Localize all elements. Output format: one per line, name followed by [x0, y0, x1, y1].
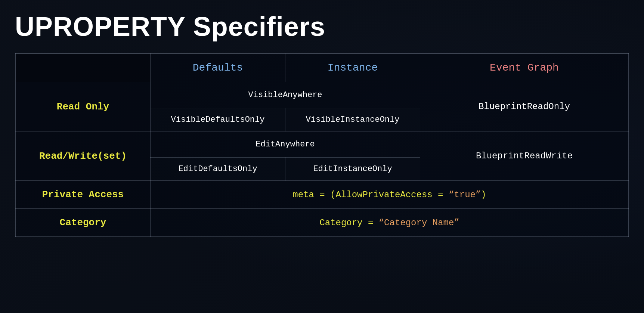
- edit-instance-only-cell: EditInstanceOnly: [285, 158, 420, 181]
- category-string-val: “Category Name”: [379, 218, 459, 228]
- table-header-row: Defaults Instance Event Graph: [16, 54, 629, 82]
- category-text: Category = “Category Name”: [319, 218, 459, 228]
- specifiers-table-wrapper: Defaults Instance Event Graph Read Only …: [15, 53, 629, 237]
- blueprint-readonly-cell: BlueprintReadOnly: [420, 82, 629, 131]
- visible-anywhere-cell: VisibleAnywhere: [151, 82, 420, 108]
- private-access-text: meta = (AllowPrivateAccess = “true”): [292, 190, 486, 200]
- edit-defaults-only-cell: EditDefaultsOnly: [151, 158, 285, 181]
- private-access-label: Private Access: [16, 181, 151, 209]
- read-write-label: Read/Write(set): [16, 131, 151, 181]
- blueprint-readwrite-cell: BlueprintReadWrite: [420, 131, 629, 181]
- category-prefix: Category =: [319, 218, 378, 228]
- read-only-row1: Read Only VisibleAnywhere BlueprintReadO…: [16, 82, 629, 108]
- category-row: Category Category = “Category Name”: [16, 209, 629, 237]
- meta-string-val: “true”: [449, 190, 481, 200]
- visible-defaults-only-cell: VisibleDefaultsOnly: [151, 108, 285, 131]
- header-instance: Instance: [285, 54, 420, 82]
- meta-suffix: ): [481, 190, 486, 200]
- category-content: Category = “Category Name”: [151, 209, 629, 237]
- header-event-graph: Event Graph: [420, 54, 629, 82]
- specifiers-table: Defaults Instance Event Graph Read Only …: [15, 53, 629, 237]
- meta-prefix: meta = (AllowPrivateAccess =: [292, 190, 449, 200]
- header-defaults: Defaults: [151, 54, 285, 82]
- private-access-content: meta = (AllowPrivateAccess = “true”): [151, 181, 629, 209]
- private-access-row: Private Access meta = (AllowPrivateAcces…: [16, 181, 629, 209]
- header-empty-cell: [16, 54, 151, 82]
- category-label: Category: [16, 209, 151, 237]
- visible-instance-only-cell: VisibleInstanceOnly: [285, 108, 420, 131]
- page-content: UPROPERTY Specifiers Defaults Instance E…: [15, 11, 629, 237]
- read-write-row1: Read/Write(set) EditAnywhere BlueprintRe…: [16, 131, 629, 158]
- page-title: UPROPERTY Specifiers: [15, 11, 629, 42]
- edit-anywhere-cell: EditAnywhere: [151, 131, 420, 158]
- read-only-label: Read Only: [16, 82, 151, 131]
